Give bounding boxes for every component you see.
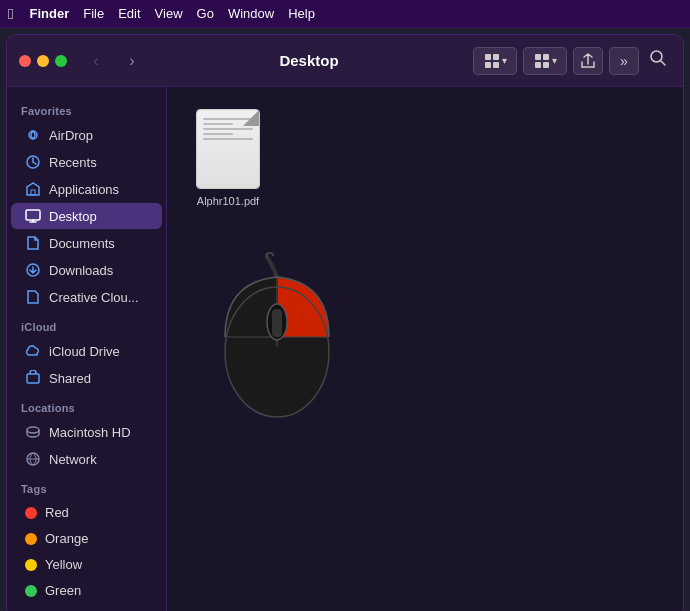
menubar:  Finder File Edit View Go Window Help	[0, 0, 690, 28]
airdrop-icon	[25, 127, 41, 143]
sidebar-label-desktop: Desktop	[49, 209, 97, 224]
icloud-icon	[25, 343, 41, 359]
view-toggle-button[interactable]: ▾	[473, 47, 517, 75]
chevron-right-icon: »	[620, 53, 628, 69]
disk-icon	[25, 424, 41, 440]
more-button[interactable]: »	[609, 47, 639, 75]
mouse-image	[207, 252, 347, 426]
sidebar-label-macintosh-hd: Macintosh HD	[49, 425, 131, 440]
svg-rect-0	[485, 54, 491, 60]
chevron-down2-icon: ▾	[552, 55, 557, 66]
forward-button[interactable]: ›	[119, 48, 145, 74]
sidebar-item-tag-green[interactable]: Green	[11, 578, 162, 603]
traffic-lights	[19, 55, 67, 67]
menubar-go[interactable]: Go	[197, 6, 214, 21]
minimize-button[interactable]	[37, 55, 49, 67]
sidebar-label-tag-orange: Orange	[45, 531, 88, 546]
sidebar-item-applications[interactable]: Applications	[11, 176, 162, 202]
sidebar-section-locations: Locations	[7, 392, 166, 418]
sidebar-label-tag-green: Green	[45, 583, 81, 598]
svg-rect-7	[543, 62, 549, 68]
network-icon	[25, 451, 41, 467]
svg-rect-14	[27, 374, 39, 383]
sidebar-label-creative-cloud: Creative Clou...	[49, 290, 139, 305]
sidebar-item-tag-yellow[interactable]: Yellow	[11, 552, 162, 577]
gallery-icon	[534, 53, 550, 69]
svg-point-8	[651, 51, 662, 62]
shared-icon	[25, 370, 41, 386]
sidebar-label-tag-yellow: Yellow	[45, 557, 82, 572]
apple-menu[interactable]: 	[8, 5, 13, 22]
search-button[interactable]	[645, 45, 671, 76]
maximize-button[interactable]	[55, 55, 67, 67]
menubar-view[interactable]: View	[155, 6, 183, 21]
menubar-finder[interactable]: Finder	[29, 6, 69, 21]
svg-rect-4	[535, 54, 541, 60]
sidebar-item-creative-cloud[interactable]: Creative Clou...	[11, 284, 162, 310]
menubar-window[interactable]: Window	[228, 6, 274, 21]
applications-icon	[25, 181, 41, 197]
desktop-icon	[25, 208, 41, 224]
sidebar-label-downloads: Downloads	[49, 263, 113, 278]
sidebar-section-icloud: iCloud	[7, 311, 166, 337]
sidebar-item-desktop[interactable]: Desktop	[11, 203, 162, 229]
toolbar-right: ▾ ▾ »	[473, 45, 671, 76]
share-icon	[580, 53, 596, 69]
close-button[interactable]	[19, 55, 31, 67]
sidebar: Favorites AirDrop Recents Applications	[7, 87, 167, 611]
svg-rect-3	[493, 62, 499, 68]
sidebar-label-applications: Applications	[49, 182, 119, 197]
sidebar-label-icloud-drive: iCloud Drive	[49, 344, 120, 359]
sidebar-label-network: Network	[49, 452, 97, 467]
share-button[interactable]	[573, 47, 603, 75]
menubar-edit[interactable]: Edit	[118, 6, 140, 21]
svg-rect-2	[485, 62, 491, 68]
sidebar-label-shared: Shared	[49, 371, 91, 386]
sidebar-label-airdrop: AirDrop	[49, 128, 93, 143]
sidebar-item-shared[interactable]: Shared	[11, 365, 162, 391]
sidebar-item-icloud-drive[interactable]: iCloud Drive	[11, 338, 162, 364]
sidebar-label-recents: Recents	[49, 155, 97, 170]
sidebar-section-tags: Tags	[7, 473, 166, 499]
tag-yellow-dot	[25, 559, 37, 571]
sidebar-item-recents[interactable]: Recents	[11, 149, 162, 175]
menubar-file[interactable]: File	[83, 6, 104, 21]
svg-point-15	[27, 427, 39, 433]
sidebar-section-favorites: Favorites	[7, 95, 166, 121]
main-area: Favorites AirDrop Recents Applications	[7, 87, 683, 611]
sidebar-item-tag-red[interactable]: Red	[11, 500, 162, 525]
sidebar-label-tag-red: Red	[45, 505, 69, 520]
creative-cloud-icon	[25, 289, 41, 305]
svg-rect-12	[26, 210, 40, 220]
svg-rect-6	[535, 62, 541, 68]
svg-rect-1	[493, 54, 499, 60]
sidebar-item-macintosh-hd[interactable]: Macintosh HD	[11, 419, 162, 445]
sidebar-label-documents: Documents	[49, 236, 115, 251]
content-area[interactable]: Alphr101.pdf	[167, 87, 683, 611]
svg-point-9	[29, 131, 37, 139]
svg-rect-5	[543, 54, 549, 60]
sidebar-item-network[interactable]: Network	[11, 446, 162, 472]
file-item-pdf[interactable]: Alphr101.pdf	[183, 103, 273, 213]
finder-window: ‹ › Desktop ▾ ▾	[6, 34, 684, 611]
file-name: Alphr101.pdf	[197, 195, 259, 207]
sidebar-item-tag-orange[interactable]: Orange	[11, 526, 162, 551]
tag-red-dot	[25, 507, 37, 519]
chevron-down-icon: ▾	[502, 55, 507, 66]
clock-icon	[25, 154, 41, 170]
view-options-button[interactable]: ▾	[523, 47, 567, 75]
file-thumbnail	[196, 109, 260, 189]
menubar-items: Finder File Edit View Go Window Help	[29, 6, 314, 21]
tag-green-dot	[25, 585, 37, 597]
tag-orange-dot	[25, 533, 37, 545]
back-button[interactable]: ‹	[83, 48, 109, 74]
menubar-help[interactable]: Help	[288, 6, 315, 21]
toolbar: ‹ › Desktop ▾ ▾	[7, 35, 683, 87]
sidebar-item-documents[interactable]: Documents	[11, 230, 162, 256]
downloads-icon	[25, 262, 41, 278]
sidebar-item-downloads[interactable]: Downloads	[11, 257, 162, 283]
sidebar-item-airdrop[interactable]: AirDrop	[11, 122, 162, 148]
search-icon	[649, 49, 667, 67]
document-icon	[25, 235, 41, 251]
toolbar-title: Desktop	[155, 52, 463, 69]
